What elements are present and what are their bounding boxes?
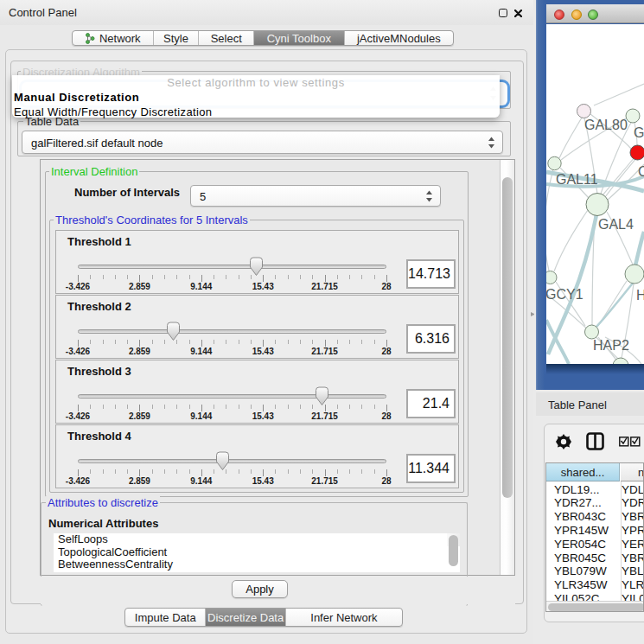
svg-text:C: C bbox=[638, 164, 644, 179]
svg-text:GAL4: GAL4 bbox=[598, 217, 634, 232]
svg-text:HAP2: HAP2 bbox=[593, 338, 629, 353]
svg-text:GAL11: GAL11 bbox=[556, 172, 598, 187]
svg-text:G.: G. bbox=[634, 125, 644, 140]
svg-text:GCY1: GCY1 bbox=[546, 287, 583, 302]
svg-text:GAL80: GAL80 bbox=[584, 118, 628, 132]
svg-text:H: H bbox=[636, 288, 644, 303]
